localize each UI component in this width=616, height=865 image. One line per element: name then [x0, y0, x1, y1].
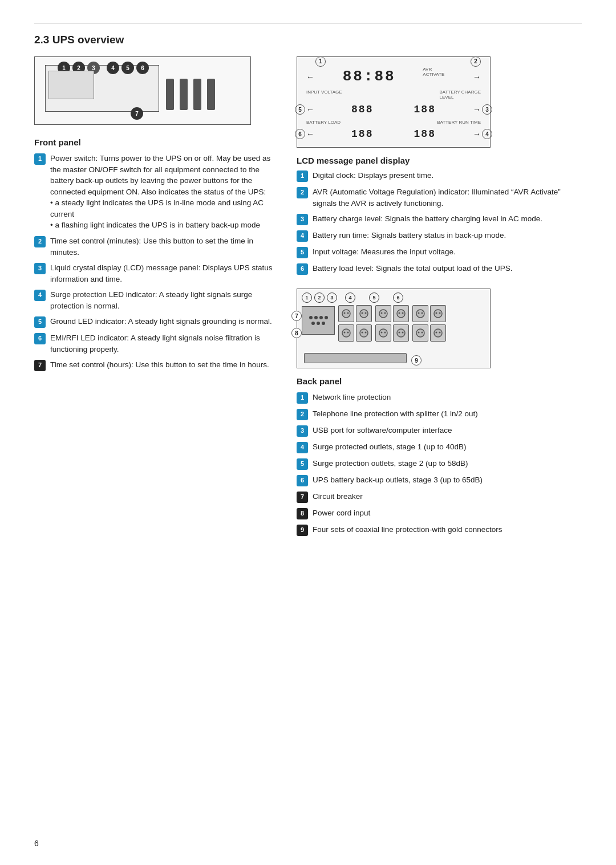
- fp-text-6: EMI/RFI LED indicator: A steady light si…: [50, 332, 274, 355]
- fp-bar-2: [180, 79, 188, 110]
- fp-item-4: 4 Surge protection LED indicator: A stea…: [34, 289, 274, 311]
- bp-side-c7: 7: [291, 311, 302, 321]
- svg-point-4: [362, 312, 363, 314]
- bp-top-c3: 3: [327, 293, 337, 303]
- bp-text-4: Surge protected outlets, stage 1 (up to …: [313, 441, 466, 453]
- lcd-item-1: 1 Digital clock: Displays present time.: [297, 170, 582, 182]
- bp-outlet-row2-g2: [375, 324, 409, 342]
- svg-point-27: [397, 329, 405, 337]
- outlet-svg-2: [359, 308, 369, 319]
- lcd-item-4: 4 Battery run time: Signals battery stat…: [297, 230, 582, 242]
- right-column: 1 ← 88:88 AVRACTIVATE → 2 INPUT VOLTAGE …: [297, 56, 582, 541]
- lcd-item-2: 2 AVR (Automatic Voltage Regulation) ind…: [297, 186, 582, 209]
- bp-dot-row1: [309, 316, 328, 319]
- bp-text-1: Network line protection: [313, 392, 391, 404]
- fp-badge-6: 6: [34, 333, 46, 344]
- fp-bar-3: [193, 79, 201, 110]
- svg-point-18: [342, 329, 350, 337]
- bp-dot: [322, 322, 325, 325]
- outlet-svg-10: [396, 328, 406, 338]
- lcd-diagram: 1 ← 88:88 AVRACTIVATE → 2 INPUT VOLTAGE …: [297, 56, 491, 148]
- bp-dot: [314, 316, 318, 319]
- bp-item-1: 1 Network line protection: [297, 392, 582, 404]
- lcd-label-input-voltage: INPUT VOLTAGE: [306, 90, 342, 100]
- bp-item-6: 6 UPS battery back-up outlets, stage 3 (…: [297, 474, 582, 486]
- lcd-label-battery-run: BATTERY RUN TIME: [437, 120, 481, 125]
- fp-badge-5: 5: [34, 316, 46, 328]
- bp-outlet-group3: [412, 305, 446, 322]
- lcd-text-5: Input voltage: Measures the input voltag…: [313, 246, 456, 258]
- svg-point-16: [436, 312, 437, 314]
- lcd-badge-2: 2: [297, 187, 308, 198]
- back-panel-label: Back panel: [297, 376, 582, 386]
- bp-item-8: 8 Power cord input: [297, 507, 582, 519]
- bp-text-7: Circuit breaker: [313, 491, 363, 503]
- outlet-svg-1: [341, 308, 351, 319]
- outlet-svg-8: [359, 328, 369, 338]
- back-panel-list: 1 Network line protection 2 Telephone li…: [297, 392, 582, 536]
- lcd-text-2: AVR (Automatic Voltage Regulation) indic…: [313, 186, 582, 209]
- svg-point-14: [422, 312, 423, 314]
- bp-badge-5: 5: [297, 458, 308, 470]
- svg-point-8: [384, 312, 386, 314]
- bp-top-c6: 6: [393, 293, 403, 303]
- svg-point-6: [379, 310, 387, 318]
- outlet-svg-4: [396, 308, 406, 319]
- lcd-badge-5: 5: [297, 247, 308, 258]
- svg-point-17: [439, 312, 441, 314]
- svg-point-22: [362, 332, 363, 334]
- svg-point-9: [397, 310, 405, 318]
- fp-text-5: Ground LED indicator: A steady light sig…: [50, 316, 272, 328]
- lcd-arrow-right-4: →: [473, 129, 481, 139]
- fp-item-3: 3 Liquid crystal display (LCD) message p…: [34, 262, 274, 285]
- fp-badge-2: 2: [34, 236, 46, 247]
- bp-badge-7: 7: [297, 492, 308, 503]
- outlet-svg-9: [378, 328, 388, 338]
- bp-text-8: Power cord input: [313, 507, 370, 519]
- bp-text-2: Telephone line protection with splitter …: [313, 408, 478, 420]
- back-panel-diagram: 1 2 3 4 5 6: [297, 289, 491, 368]
- bp-dot: [309, 316, 313, 319]
- lcd-badge-1: 1: [297, 170, 308, 182]
- bp-badge-6: 6: [297, 475, 308, 486]
- bp-outlet-12: [430, 324, 446, 342]
- svg-point-2: [347, 312, 349, 314]
- svg-point-29: [402, 332, 404, 334]
- lcd-row-1: 1 ← 88:88 AVRACTIVATE → 2: [306, 64, 481, 85]
- bp-bottom-c9: 9: [411, 355, 422, 366]
- svg-point-3: [360, 310, 368, 318]
- bp-dot: [319, 316, 323, 319]
- fp-circle-7: 7: [131, 107, 143, 120]
- bp-text-5: Surge protection outlets, stage 2 (up to…: [313, 458, 468, 470]
- bp-outlet-row2: [338, 324, 446, 342]
- lcd-arrow-right-2: →: [473, 72, 481, 82]
- outlet-svg-12: [433, 328, 443, 338]
- bp-text-3: USB port for software/computer interface: [313, 425, 452, 437]
- bp-outlet-7: [338, 324, 354, 342]
- bp-badge-8: 8: [297, 508, 308, 519]
- lcd-battery-charge: 188: [414, 104, 436, 115]
- bp-item-3: 3 USB port for software/computer interfa…: [297, 425, 582, 437]
- bp-outlet-row2-g3: [412, 324, 446, 342]
- fp-item-2: 2 Time set control (minutes): Use this b…: [34, 235, 274, 258]
- lcd-row-3: 6 ← 188 188 → 4: [306, 128, 481, 140]
- main-content: 1 2 3 4 5 6 7 Front panel 1: [34, 56, 582, 541]
- lcd-arrow-right-3: →: [473, 105, 481, 114]
- bp-badge-9: 9: [297, 525, 308, 536]
- outlet-svg-7: [341, 328, 351, 338]
- svg-point-13: [418, 312, 420, 314]
- bp-dot: [325, 316, 328, 319]
- lcd-clock-display: 88:88: [343, 68, 396, 85]
- bp-item-4: 4 Surge protected outlets, stage 1 (up t…: [297, 441, 582, 453]
- bp-outlet-11: [412, 324, 428, 342]
- bp-top-circles: 1 2 3 4 5 6: [302, 293, 403, 303]
- fp-text-1: Power switch: Turns power to the UPS on …: [50, 153, 274, 231]
- bp-text-9: Four sets of coaxial line protection-wit…: [313, 524, 502, 536]
- svg-point-12: [416, 310, 424, 318]
- bp-outlet-10: [393, 324, 409, 342]
- svg-point-34: [436, 332, 437, 334]
- svg-point-5: [365, 312, 367, 314]
- svg-point-7: [381, 312, 383, 314]
- svg-point-26: [384, 332, 386, 334]
- lcd-num-1: 1: [315, 56, 326, 67]
